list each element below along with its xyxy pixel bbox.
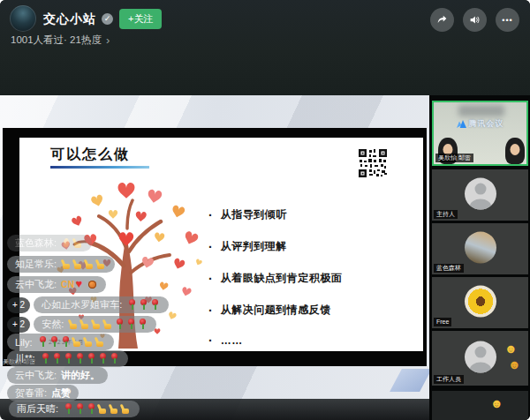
person-avatar-icon <box>465 178 496 210</box>
main-video-surface[interactable]: 可以怎么做 <box>0 95 429 420</box>
participant-tile-free[interactable]: Free <box>432 277 528 328</box>
share-button[interactable] <box>430 8 454 32</box>
slide-title: 可以怎么做 <box>50 146 130 164</box>
bullet-dot: · <box>208 242 213 252</box>
channel-avatar[interactable] <box>10 5 36 32</box>
participant-tile-blueforest[interactable]: 蓝色森林 <box>432 223 528 274</box>
person-avatar-icon <box>465 341 496 373</box>
volume-button[interactable] <box>463 8 487 32</box>
hearts-tree-illustration <box>41 167 214 350</box>
landscape-avatar <box>465 232 496 264</box>
chevron-right-icon: › <box>106 34 110 47</box>
bullet-dot: · <box>208 305 213 316</box>
viewer-stats-text: 1001人看过· 21热度 <box>11 34 102 47</box>
verified-badge-icon: ✓ <box>102 13 113 25</box>
qr-code <box>358 148 388 178</box>
tencent-meeting-logo-icon <box>457 120 466 128</box>
bullet-dot: · <box>208 335 213 346</box>
screenshare-frame: 可以怎么做 <box>3 128 427 366</box>
participant-name-label: Free <box>434 318 451 326</box>
live-stream-player: 交心小站 ✓ +关注 1001人看过· 21热度 › ••• 可以怎么做 <box>0 0 530 420</box>
share-icon <box>436 14 448 26</box>
participant-tile-speaker[interactable]: 腾讯会议 吴欣怡 邹雷 <box>432 101 528 166</box>
reaction-emoji <box>489 396 501 410</box>
bullet-dot: · <box>208 274 213 284</box>
more-dots-icon: ••• <box>502 16 512 25</box>
more-button[interactable]: ••• <box>496 8 519 32</box>
sunflower-avatar <box>465 286 496 318</box>
reaction-emoji <box>507 356 519 371</box>
blurred-background-text <box>458 105 504 116</box>
stream-header: 交心小站 ✓ +关注 1001人看过· 21热度 › ••• <box>0 0 530 95</box>
bullet-item: · 从着眼缺点到肯定积极面 <box>208 271 342 286</box>
grin-emote-icon <box>508 359 518 371</box>
smile-emote-icon <box>504 343 514 355</box>
participant-name-label: 吴欣怡 邹雷 <box>435 154 473 162</box>
participant-tile-partial[interactable] <box>432 391 528 420</box>
bullet-item: · 从指导到倾听 <box>208 207 342 222</box>
bullet-item: · 从解决问题到情感反馈 <box>208 303 342 318</box>
meeting-participants-sidebar: 腾讯会议 吴欣怡 邹雷 主持人 蓝色森林 Free 工作人员 <box>429 95 530 420</box>
viewer-stats[interactable]: 1001人看过· 21热度 › <box>11 34 110 47</box>
participant-name-label: 工作人员 <box>434 375 464 384</box>
speaker-icon <box>469 14 481 26</box>
bullet-item: · …… <box>208 334 342 347</box>
main-speaker-name-label: 吴欣怡 邹雷 <box>3 357 35 366</box>
participant-name-label: 主持人 <box>434 210 458 219</box>
bullet-list: · 从指导到倾听 · 从评判到理解 · 从着眼缺点到肯定积极面 · 从解决问题到… <box>208 207 342 364</box>
participant-tile-host[interactable]: 主持人 <box>432 169 528 221</box>
background-accent-shape <box>390 369 432 392</box>
presentation-slide: 可以怎么做 <box>19 138 423 351</box>
participant-name-label: 蓝色森林 <box>434 264 464 273</box>
tencent-meeting-watermark: 腾讯会议 <box>434 118 526 130</box>
smile-emote-icon <box>490 398 500 409</box>
slide-date: 2023年5月 <box>49 338 84 347</box>
speaker-person-right <box>504 132 526 164</box>
bullet-dot: · <box>208 210 213 221</box>
player-bottom-bar <box>0 399 429 420</box>
follow-button[interactable]: +关注 <box>119 9 162 29</box>
header-actions: ••• <box>430 8 519 32</box>
channel-name: 交心小站 <box>43 11 96 27</box>
bullet-item: · 从评判到理解 <box>208 239 342 254</box>
reaction-emoji <box>504 343 515 355</box>
